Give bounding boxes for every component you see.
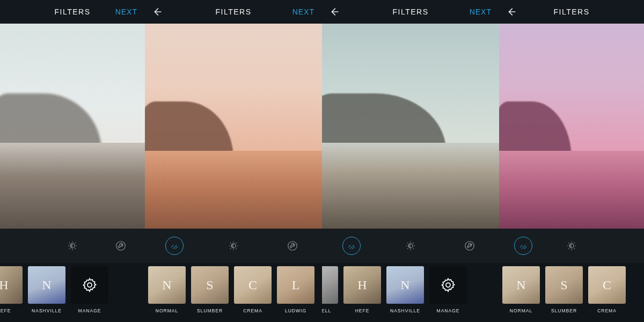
svg-point-6 — [465, 241, 474, 251]
back-arrow-icon — [328, 6, 340, 18]
page-title: FILTERS — [553, 8, 589, 16]
edit-toolbar — [499, 229, 644, 263]
edit-toolbar — [145, 229, 322, 263]
filter-pane-3: FILTERS NEXT I INKWELL H HEFE N NASHVILL… — [322, 0, 499, 322]
filter-normal[interactable]: N NORMAL — [501, 266, 541, 313]
lux-icon[interactable] — [224, 237, 243, 255]
filter-nashville[interactable]: N NASHVILLE — [27, 266, 67, 313]
filter-pane-4: FILTERS N NORMAL S SLUMBER C CREMA — [499, 0, 644, 322]
filter-slumber[interactable]: S SLUMBER — [544, 266, 584, 313]
photo-preview[interactable] — [499, 24, 644, 229]
gear-icon — [82, 277, 98, 293]
next-button[interactable]: NEXT — [470, 0, 492, 24]
photo-preview[interactable] — [0, 24, 145, 229]
photo-preview[interactable] — [322, 24, 499, 229]
next-button[interactable]: NEXT — [115, 0, 137, 24]
back-button[interactable] — [506, 0, 517, 24]
back-arrow-icon — [151, 6, 163, 18]
filter-tab-icon[interactable] — [165, 237, 184, 255]
tools-icon[interactable] — [112, 237, 130, 255]
filters-strip[interactable]: N NORMAL S SLUMBER C CREMA L LUDWIG — [145, 263, 322, 322]
filter-hefe[interactable]: H HEFE — [0, 266, 24, 313]
filter-crema[interactable]: C CREMA — [233, 266, 273, 313]
next-button[interactable]: NEXT — [292, 0, 314, 24]
lux-icon[interactable] — [562, 237, 581, 255]
filter-tab-icon[interactable] — [342, 237, 361, 255]
svg-point-4 — [288, 241, 297, 251]
gear-icon — [440, 277, 456, 293]
lux-icon[interactable] — [63, 237, 82, 255]
lux-icon[interactable] — [401, 237, 420, 255]
back-button[interactable] — [328, 0, 340, 24]
filter-inkwell[interactable]: I INKWELL — [322, 266, 339, 313]
page-title: FILTERS — [54, 8, 90, 16]
filter-manage[interactable]: MANAGE — [70, 266, 109, 313]
photo-preview[interactable] — [145, 24, 322, 229]
tools-icon[interactable] — [460, 237, 479, 255]
filter-slumber[interactable]: S SLUMBER — [190, 266, 230, 313]
header: FILTERS NEXT — [0, 0, 145, 24]
edit-toolbar — [322, 229, 499, 263]
edit-toolbar — [0, 229, 145, 263]
filter-tab-icon[interactable] — [514, 237, 532, 255]
filter-ludwig[interactable]: L LUDWIG — [276, 266, 316, 313]
header: FILTERS NEXT — [145, 0, 322, 24]
header: FILTERS NEXT — [322, 0, 499, 24]
filters-strip[interactable]: I INKWELL H HEFE N NASHVILLE MANAGE — [322, 263, 499, 322]
filter-crema[interactable]: C CREMA — [587, 266, 627, 313]
svg-point-2 — [87, 283, 92, 287]
filters-strip[interactable]: H HEFE N NASHVILLE MANAGE — [0, 263, 145, 322]
filters-strip[interactable]: N NORMAL S SLUMBER C CREMA — [499, 263, 644, 322]
header: FILTERS — [499, 0, 644, 24]
tools-icon[interactable] — [283, 237, 302, 255]
filter-pane-1: FILTERS NEXT H HEFE N NASHVILLE MANAGE — [0, 0, 145, 322]
svg-point-1 — [116, 241, 126, 251]
back-button[interactable] — [151, 0, 163, 24]
back-arrow-icon — [506, 6, 517, 18]
svg-point-7 — [446, 283, 450, 287]
filter-normal[interactable]: N NORMAL — [147, 266, 187, 313]
filter-pane-2: FILTERS NEXT N NORMAL S SLUMBER C CREMA — [145, 0, 322, 322]
filter-hefe[interactable]: H HEFE — [342, 266, 382, 313]
filter-manage[interactable]: MANAGE — [428, 266, 468, 313]
page-title: FILTERS — [392, 8, 428, 16]
filter-nashville[interactable]: N NASHVILLE — [385, 266, 425, 313]
page-title: FILTERS — [215, 8, 251, 16]
